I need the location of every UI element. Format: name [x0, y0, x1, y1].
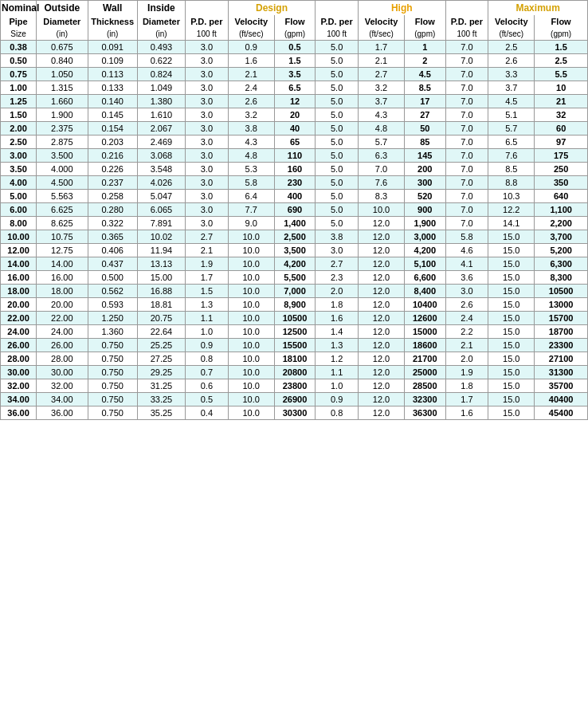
col-flow-design-h2: Flow	[274, 15, 316, 28]
col-vel-max-h2: Velocity	[488, 15, 535, 28]
table-row: 0.380.6750.0910.4933.00.90.55.01.717.02.…	[1, 41, 588, 54]
table-row: 2.002.3750.1542.0673.03.8405.04.8507.05.…	[1, 122, 588, 135]
table-row: 20.0020.000.59318.811.310.08,9001.812.01…	[1, 298, 588, 312]
col-flow-unit-max-h3: (gpm)	[535, 28, 588, 41]
col-flow-high-h2: Flow	[405, 15, 446, 28]
table-row: 28.0028.000.75027.250.810.0181001.212.02…	[1, 352, 588, 366]
table-row: 0.500.8400.1090.6223.01.61.55.02.127.02.…	[1, 54, 588, 68]
col-flow-unit-design-h3: (gpm)	[274, 28, 316, 41]
col-od-unit-h3: (in)	[37, 28, 88, 41]
table-row: 1.251.6600.1401.3803.02.6125.03.7177.04.…	[1, 95, 588, 108]
col-vel-unit-max-h3: (ft/sec)	[488, 28, 535, 41]
table-row: 32.0032.000.75031.250.610.0238001.012.02…	[1, 379, 588, 393]
table-row: 16.0016.000.50015.001.710.05,5002.312.06…	[1, 271, 588, 285]
table-row: 1.501.9000.1451.6103.03.2205.04.3277.05.…	[1, 108, 588, 122]
col-pd-max-h1	[445, 1, 488, 16]
col-size-h3: Size	[1, 28, 37, 41]
table-row: 3.003.5000.2163.0683.04.81105.06.31457.0…	[1, 149, 588, 163]
col-vel-design-h2: Velocity	[228, 15, 274, 28]
table-row: 10.0010.750.36510.022.710.02,5003.812.03…	[1, 230, 588, 244]
col-inside-dia-h2: Diameter	[137, 15, 185, 28]
header-row-2: Pipe Diameter Thickness Diameter P.D. pe…	[1, 15, 588, 28]
col-flow-max-h2: Flow	[535, 15, 588, 28]
col-pd-per-design-h2: P.D. per	[186, 15, 229, 28]
col-nominal-h1: Nominal	[1, 1, 37, 16]
table-row: 1.001.3150.1331.0493.02.46.55.03.28.57.0…	[1, 81, 588, 95]
high-header: High	[359, 1, 446, 16]
pipe-sizing-table: Nominal Outside Wall Inside Design High …	[0, 0, 588, 420]
design-header: Design	[228, 1, 316, 16]
table-row: 2.502.8750.2032.4693.04.3655.05.7857.06.…	[1, 135, 588, 149]
col-diameter-h2: Diameter	[37, 15, 88, 28]
col-pipe-h2: Pipe	[1, 15, 37, 28]
table-row: 12.0012.750.40611.942.110.03,5003.012.04…	[1, 244, 588, 257]
table-row: 0.751.0500.1130.8243.02.13.55.02.74.57.0…	[1, 68, 588, 81]
header-row-3: Size (in) (in) (in) 100 ft (ft/sec) (gpm…	[1, 28, 588, 41]
table-row: 26.0026.000.75025.250.910.0155001.312.01…	[1, 339, 588, 352]
table-row: 3.504.0000.2263.5483.05.31605.07.02007.0…	[1, 163, 588, 176]
col-wall-h1: Wall	[88, 1, 137, 16]
col-wall-unit-h3: (in)	[88, 28, 137, 41]
col-flow-unit-high-h3: (gpm)	[405, 28, 446, 41]
table-row: 18.0018.000.56216.881.510.07,0002.012.08…	[1, 285, 588, 298]
col-pd-unit-max-h3: 100 ft	[445, 28, 488, 41]
col-pd-unit-high-h3: 100 ft	[316, 28, 359, 41]
max-header: Maximum	[488, 1, 588, 16]
col-pd-high-h1	[316, 1, 359, 16]
col-pd-design-h1	[186, 1, 229, 16]
col-thickness-h2: Thickness	[88, 15, 137, 28]
table-row: 22.0022.001.25020.751.110.0105001.612.01…	[1, 312, 588, 325]
table-row: 34.0034.000.75033.250.510.0269000.912.03…	[1, 393, 588, 406]
col-pd-per-max-h2: P.D. per	[445, 15, 488, 28]
table-row: 4.004.5000.2374.0263.05.82305.07.63007.0…	[1, 176, 588, 190]
table-row: 14.0014.000.43713.131.910.04,2002.712.05…	[1, 257, 588, 271]
col-id-unit-h3: (in)	[137, 28, 185, 41]
col-pd-unit-design-h3: 100 ft	[186, 28, 229, 41]
table-row: 24.0024.001.36022.641.010.0125001.412.01…	[1, 325, 588, 339]
table-row: 30.0030.000.75029.250.710.0208001.112.02…	[1, 366, 588, 379]
col-pd-per-high-h2: P.D. per	[316, 15, 359, 28]
col-outside-h1: Outside	[37, 1, 88, 16]
col-inside-h1: Inside	[137, 1, 185, 16]
col-vel-unit-high-h3: (ft/sec)	[359, 28, 405, 41]
table-row: 5.005.5630.2585.0473.06.44005.08.35207.0…	[1, 190, 588, 203]
table-row: 36.0036.000.75035.250.410.0303000.812.03…	[1, 406, 588, 420]
table-row: 6.006.6250.2806.0653.07.76905.010.09007.…	[1, 203, 588, 217]
col-vel-high-h2: Velocity	[359, 15, 405, 28]
header-row-1: Nominal Outside Wall Inside Design High …	[1, 1, 588, 16]
table-row: 8.008.6250.3227.8913.09.01,4005.012.01,9…	[1, 217, 588, 230]
col-vel-unit-design-h3: (ft/sec)	[228, 28, 274, 41]
